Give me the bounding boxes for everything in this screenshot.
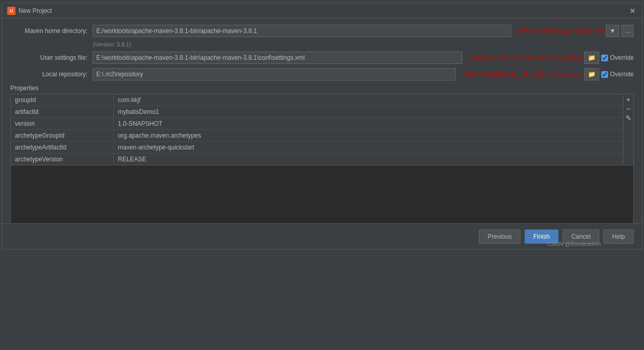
prop-key-archetypeversion: archetypeVersion xyxy=(11,154,114,165)
local-repo-override-label: Override xyxy=(610,71,634,78)
user-settings-annotation: 当前文件apache下了文件setting.xml已经存在 xyxy=(468,54,582,62)
dialog-title: New Project xyxy=(19,7,52,14)
watermark-text: CSDN @Bombradish xyxy=(547,241,601,247)
user-settings-input[interactable] xyxy=(93,52,462,64)
user-settings-browse-btn[interactable]: 📁 xyxy=(584,52,599,64)
prop-key-artifactid: artifactId xyxy=(11,106,114,118)
user-settings-input-group: 当前文件apache下了文件setting.xml已经存在 📁 Override xyxy=(93,52,634,64)
maven-home-dropdown-btn[interactable]: ▼ xyxy=(606,25,619,37)
local-repo-input[interactable] xyxy=(93,68,456,80)
local-repo-row: Local repository: =用户本地数据的位置... 默认为E:\.m… xyxy=(10,68,634,80)
properties-grid: groupId com.kkjf artifactId mybatisDemo1… xyxy=(11,94,623,165)
maven-home-row: Maven home directory: 使用正在使用的maven 的默认位置… xyxy=(10,25,634,37)
prop-value-archetypegroupid: org.apache.maven.archetypes xyxy=(114,130,623,141)
dialog-content: Maven home directory: 使用正在使用的maven 的默认位置… xyxy=(2,19,642,249)
maven-home-annotation: 使用正在使用的maven 的默认位置 xyxy=(517,27,604,35)
prop-key-version: version xyxy=(11,118,114,129)
app-icon: U xyxy=(7,7,15,15)
prop-value-archetypeartifactid: maven-archetype-quickstart xyxy=(114,142,623,153)
table-row: groupId com.kkjf xyxy=(11,94,623,106)
maven-home-input-group: 使用正在使用的maven 的默认位置 ▼ ... xyxy=(93,25,634,37)
local-repo-annotation: =用户本地数据的位置... 默认为E:\.m2\repository xyxy=(462,71,582,78)
local-repo-label: Local repository: xyxy=(10,71,93,78)
dialog-footer: Previous Finish Cancel Help CSDN @Bombra… xyxy=(2,223,642,249)
user-settings-override-checkbox[interactable] xyxy=(601,55,608,61)
prop-value-archetypeversion: RELEASE xyxy=(114,154,623,165)
local-repo-override-group: Override xyxy=(601,71,634,78)
prop-key-archetypegroupid: archetypeGroupId xyxy=(11,130,114,141)
maven-version-text: (Version: 3.8.1) xyxy=(93,41,634,47)
edit-property-button[interactable]: ✎ xyxy=(624,114,633,122)
local-repo-browse-btn[interactable]: 📁 xyxy=(584,68,599,80)
remove-property-button[interactable]: − xyxy=(624,105,633,113)
table-row: archetypeGroupId org.apache.maven.archet… xyxy=(11,130,623,142)
properties-section: Properties groupId com.kkjf artifactId m… xyxy=(10,85,634,243)
prop-value-version: 1.0-SNAPSHOT xyxy=(114,118,623,129)
properties-container: groupId com.kkjf artifactId mybatisDemo1… xyxy=(10,94,634,165)
user-settings-override-group: Override xyxy=(601,54,634,61)
table-row: version 1.0-SNAPSHOT xyxy=(11,118,623,130)
maven-home-label: Maven home directory: xyxy=(10,27,93,35)
user-settings-override-label: Override xyxy=(610,54,634,61)
local-repo-override-checkbox[interactable] xyxy=(601,71,608,78)
user-settings-row: User settings file: 当前文件apache下了文件settin… xyxy=(10,52,634,64)
previous-button[interactable]: Previous xyxy=(479,229,520,244)
table-row: artifactId mybatisDemo1 xyxy=(11,106,623,118)
local-repo-input-group: =用户本地数据的位置... 默认为E:\.m2\repository 📁 Ove… xyxy=(93,68,634,80)
close-button[interactable]: ✕ xyxy=(629,7,637,15)
prop-value-artifactid: mybatisDemo1 xyxy=(114,106,623,118)
title-bar: U New Project ✕ xyxy=(2,3,642,19)
table-row: archetypeVersion RELEASE xyxy=(11,154,623,165)
add-property-button[interactable]: + xyxy=(624,95,633,104)
prop-value-groupid: com.kkjf xyxy=(114,94,623,106)
table-row: archetypeArtifactId maven-archetype-quic… xyxy=(11,142,623,154)
user-settings-label: User settings file: xyxy=(10,54,93,61)
help-button[interactable]: Help xyxy=(603,229,634,244)
maven-home-browse-btn[interactable]: ... xyxy=(621,25,634,37)
prop-key-archetypeartifactid: archetypeArtifactId xyxy=(11,142,114,153)
maven-home-input[interactable] xyxy=(93,25,511,37)
prop-key-groupid: groupId xyxy=(11,94,114,106)
properties-label: Properties xyxy=(10,85,634,92)
properties-actions: + − ✎ xyxy=(623,94,633,165)
